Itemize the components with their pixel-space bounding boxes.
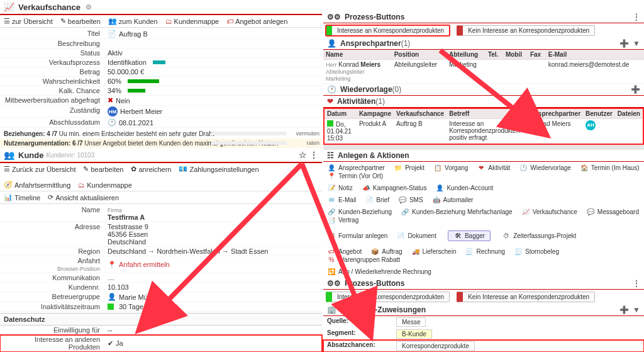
action-abo[interactable]: 🔁Abo / Wiederkehrende Rechnung [327,268,431,275]
col-mobil[interactable]: Mobil [503,50,528,60]
btn-interest-yes-2[interactable]: Interesse an Korrespondenzprodukten [326,292,450,302]
refresh-icon: ⟳ [48,193,53,202]
contract-icon: 📑 [327,217,336,224]
val-zust: HMHerbert Meier [108,106,318,116]
customer-toolbar: ☰Zurück zur Übersicht ✎bearbeiten ✿anrei… [0,163,322,191]
col-name[interactable]: Name [323,50,392,60]
filter-icon[interactable]: ▼ [633,39,640,48]
col-ap[interactable]: Ansprechpartner [527,109,583,119]
col-files[interactable]: Dateien [615,109,643,119]
lbl-mitb: Mitbewerbersituation abgefragt [4,96,108,105]
action-email[interactable]: ✉E-Mail [327,196,356,203]
col-vc[interactable]: Verkaufschance [394,109,447,119]
avatar: HM [108,106,118,116]
toolbar-overview[interactable]: ☰zur Übersicht [4,17,53,25]
action-sms[interactable]: 💬SMS [398,196,423,203]
tb-refresh[interactable]: ⟳Ansicht aktualisieren [48,193,119,202]
more-icon[interactable]: ⋮ [633,279,640,288]
invoice-icon: 🧾 [465,248,474,255]
toolbar-folder[interactable]: 🗂Kundenmappe [165,17,219,25]
btn-interest-no-2[interactable]: Kein Interesse an Korrespondenzprodukten [457,292,595,302]
category-head: 🏢 Kategorie-Zuweisungen ➕▼ [323,304,644,316]
table-row[interactable]: Herr Konrad MeiersAbteilungsleiterMarket… [323,59,644,83]
tb-edit[interactable]: ✎bearbeiten [83,165,123,173]
action-rechnung[interactable]: 🧾Rechnung [465,248,505,255]
action-vorgang[interactable]: 📋Vorgang [433,164,468,171]
val-name: FirmaTestfirma A [108,206,318,221]
settings-icon[interactable]: ⚙ [86,3,92,11]
col-tel[interactable]: Tel. [486,50,503,60]
col-betreff[interactable]: Betreff [447,109,527,119]
action-vertrag[interactable]: 📑Vertrag [327,217,358,224]
filter-icon[interactable]: ▼ [633,305,640,314]
star-icon[interactable]: ☆ [299,150,307,160]
clock-icon: 🕐 [108,118,116,127]
tag-quelle[interactable]: Messe [396,317,426,327]
status-block [327,120,333,127]
col-email[interactable]: E-Mail [546,50,644,60]
tb-route[interactable]: 🧭Anfahrtsermittlung [4,181,70,189]
action-verkaufschance[interactable]: 📈Verkaufschance [521,208,577,215]
tag-segment[interactable]: B-Kunde [396,329,432,339]
col-abt[interactable]: Abteilung [447,50,486,60]
toolbar-customer[interactable]: 👥zum Kunden [108,17,158,25]
add-icon[interactable]: ➕ [619,39,629,48]
toolbar-offer[interactable]: 🏷Angebot anlegen [226,17,287,25]
action-lieferschein[interactable]: 🚚Lieferschein [411,248,457,255]
tag-absatz[interactable]: Korrespondenzprodukte [396,341,475,351]
action-kbeziehung[interactable]: 🔗Kunden-Beziehung [327,208,392,215]
action-storno[interactable]: 🧾Stornobeleg [514,248,559,255]
action-bagger[interactable]: 🛠Bagger [448,230,491,241]
val-anfahrt[interactable]: 📍Anfahrt ermitteln [108,257,318,272]
action-auftrag[interactable]: 📦Auftrag [370,248,402,255]
action-termin-haus[interactable]: 🏠Termin (Im Haus) [580,164,640,171]
action-notiz[interactable]: 📝Notiz [327,185,353,191]
action-wiedervorlage[interactable]: 🕐Wiedervorlage [519,164,570,171]
action-dokument[interactable]: 📄Dokument [396,229,436,243]
action-rabatt[interactable]: %Warengruppen Rabatt [327,256,400,263]
btn-interest-yes[interactable]: Interesse an Korrespondenzprodukten [326,25,450,36]
add-icon[interactable]: ➕ [631,85,640,94]
btn-interest-no[interactable]: Kein Interesse an Korrespondenzprodukten [457,25,595,36]
val-betr: 👤Marie Müller [108,293,318,301]
pin-icon: 📍 [108,261,116,269]
val-kundennr: 10.103 [108,283,318,291]
action-kbeziehung-multi[interactable]: 🔗Kunden-Beziehung Mehrfachanlage [401,208,513,215]
action-ansprechpartner[interactable]: 👤Ansprechpartner [327,164,385,171]
tb-back[interactable]: ☰Zurück zur Übersicht [4,165,75,173]
col-fax[interactable]: Fax [528,50,546,60]
action-zeiterfassung[interactable]: ⏱Zeiterfassungs-Projekt [502,229,576,243]
tb-enrich[interactable]: ✿anreichern [131,165,171,173]
auto-icon: 🤖 [432,196,441,203]
tb-folder[interactable]: 🗂Kundenmappe [78,181,132,189]
val-komm: … [108,274,318,281]
col-pos[interactable]: Position [392,50,447,60]
tb-timeline[interactable]: 📊Timeline [4,193,40,202]
action-formular[interactable]: 📋Formular anlegen [327,229,387,243]
action-angebot[interactable]: 🏷Angebot [327,248,362,255]
action-automailer[interactable]: 🤖Automailer [432,196,474,203]
val-betrag: 50.000,00 € [108,68,318,76]
cancel-icon: 🧾 [514,248,523,255]
col-datum[interactable]: Datum [325,109,357,119]
col-kamp[interactable]: Kampagne [357,109,394,119]
more-icon[interactable]: ⋮ [309,150,318,160]
action-kampagnen[interactable]: 📣Kampagnen-Status [362,185,427,191]
action-account[interactable]: 👤Kunden-Account [435,185,493,191]
action-messageboard[interactable]: 💬Messageboard [586,208,639,215]
action-termin-ort[interactable]: 📍Termin (Vor Ort) [327,173,383,179]
user-icon: 👤 [108,293,116,301]
list-icon: ☰ [4,165,10,173]
lbl-kundennr: Kundennr. [4,283,108,291]
more-icon[interactable]: ⋮ [633,13,640,21]
tb-payment[interactable]: 💶Zahlungseinstellungen [179,165,258,173]
add-icon[interactable]: ➕ [619,305,629,314]
tool-icon: 🛠 [453,232,462,239]
action-projekt[interactable]: 📁Projekt [394,164,425,171]
table-row[interactable]: Do, 01.04.21 15:03 Produkt A Auftrag B I… [325,118,643,143]
action-brief[interactable]: 📄Brief [365,196,389,203]
trend-icon: 📈 [4,2,14,12]
col-user[interactable]: Benutzer [583,109,615,119]
toolbar-edit[interactable]: ✎bearbeiten [60,17,101,25]
action-aktivitaet[interactable]: ❤Aktivität [477,164,510,171]
